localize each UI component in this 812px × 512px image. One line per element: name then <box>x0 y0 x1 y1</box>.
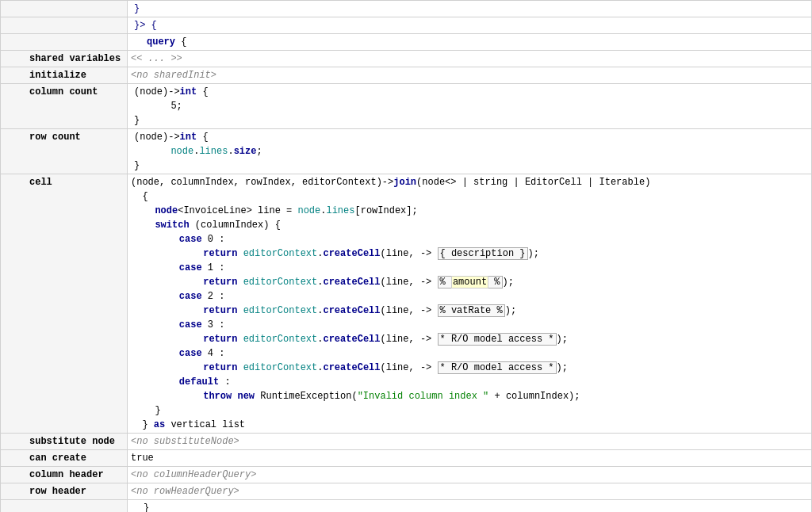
label-cell: column count <box>1 84 128 129</box>
table-row: substitute node <no substituteNode> <box>1 434 812 450</box>
value-cell: (node)->int { 5; } <box>128 84 812 129</box>
label-cell: row count <box>1 129 128 174</box>
value-cell: query { <box>128 34 812 51</box>
label-cell <box>1 17 128 34</box>
label-cell: initialize <box>1 67 128 84</box>
label-cell: shared variables <box>1 51 128 67</box>
label-cell: cell <box>1 174 128 434</box>
value-cell: <no columnHeaderQuery> <box>128 467 812 483</box>
value-cell: <no sharedInit> <box>128 67 812 84</box>
table-row: shared variables << ... >> <box>1 51 812 67</box>
code-view: } }> { query { shared variables << ... >… <box>0 0 812 512</box>
label-cell: row header <box>1 483 128 500</box>
value-cell: } <box>128 500 812 513</box>
table-row: can create true <box>1 450 812 467</box>
table-row: column header <no columnHeaderQuery> <box>1 467 812 483</box>
value-cell: <no rowHeaderQuery> <box>128 483 812 500</box>
table-row: column count (node)->int { 5; } <box>1 84 812 129</box>
table-row: initialize <no sharedInit> <box>1 67 812 84</box>
value-cell: }> { <box>128 17 812 34</box>
table-row: row count (node)->int { node.lines.size;… <box>1 129 812 174</box>
value-cell: (node)->int { node.lines.size; } <box>128 129 812 174</box>
table-row: }> { <box>1 17 812 34</box>
value-cell: (node, columnIndex, rowIndex, editorCont… <box>128 174 812 434</box>
table-row: } <box>1 1 812 17</box>
label-cell: substitute node <box>1 434 128 450</box>
label-cell <box>1 1 128 17</box>
code-table: } }> { query { shared variables << ... >… <box>0 0 812 512</box>
value-cell: true <box>128 450 812 467</box>
label-cell: column header <box>1 467 128 483</box>
value-cell: << ... >> <box>128 51 812 67</box>
label-cell <box>1 500 128 513</box>
value-cell: } <box>128 1 812 17</box>
label-cell <box>1 34 128 51</box>
label-cell: can create <box>1 450 128 467</box>
table-row: } <box>1 500 812 513</box>
value-cell: <no substituteNode> <box>128 434 812 450</box>
table-row: query { <box>1 34 812 51</box>
table-row: row header <no rowHeaderQuery> <box>1 483 812 500</box>
table-row: cell (node, columnIndex, rowIndex, edito… <box>1 174 812 434</box>
